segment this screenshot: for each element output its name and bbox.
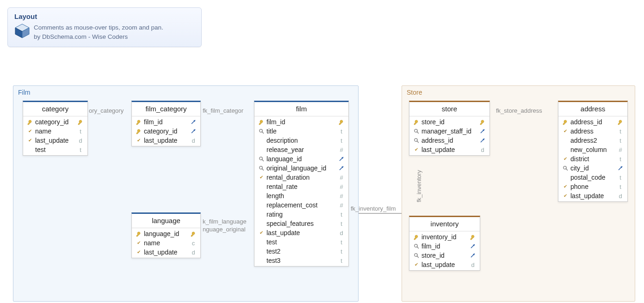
column-row[interactable]: testt: [254, 237, 348, 247]
rel-filmcat: fk_film_categor: [203, 107, 243, 114]
column-name: address: [570, 127, 616, 135]
key-icon: [561, 119, 570, 125]
column-row[interactable]: category_id: [23, 117, 87, 127]
tick-icon: ✔: [561, 194, 570, 198]
column-row[interactable]: ✔last_updated: [132, 136, 200, 145]
column-name: name: [143, 239, 189, 247]
rel-filmlang-orig: nguage_original: [203, 226, 246, 233]
column-name: rental_rate: [266, 183, 337, 190]
column-row[interactable]: film_id: [409, 242, 480, 251]
key-icon: [258, 119, 265, 125]
column-row[interactable]: store_id: [409, 251, 480, 260]
type-t-icon: t: [616, 174, 625, 181]
cube-icon: [14, 23, 30, 39]
type-fk-icon: [337, 156, 346, 162]
key-icon: [135, 230, 143, 237]
column-row[interactable]: ✔districtt: [558, 154, 627, 164]
column-row[interactable]: category_id: [132, 127, 200, 136]
column-row[interactable]: film_id: [132, 117, 200, 127]
table-film-category[interactable]: film_categoryfilm_idcategory_id✔last_upd…: [131, 101, 201, 146]
column-row[interactable]: ✔namet: [23, 127, 87, 136]
table-address[interactable]: addressaddress_id✔addresstaddress2tnew_c…: [558, 101, 628, 202]
column-row[interactable]: store_id: [409, 117, 489, 127]
column-row[interactable]: test2t: [254, 247, 348, 256]
column-row[interactable]: ratingt: [254, 210, 348, 219]
table-title: address: [558, 102, 627, 116]
table-language[interactable]: languagelanguage_id✔namec✔last_updated: [131, 212, 201, 258]
column-row[interactable]: film_id: [254, 117, 348, 127]
column-row[interactable]: ✔namec: [132, 238, 200, 248]
type-fk-icon: [469, 253, 477, 258]
table-film[interactable]: filmfilm_idtitletdescriptiontrelease_yea…: [254, 101, 349, 267]
column-name: title: [266, 127, 337, 135]
type-hash-icon: #: [616, 146, 625, 153]
key-icon: [135, 128, 143, 134]
type-keytick-icon: [76, 119, 85, 125]
column-row[interactable]: address_id: [558, 117, 627, 127]
column-row[interactable]: ✔rental_duration#: [254, 173, 348, 182]
info-line2: by DbSchema.com - Wise Coders: [34, 32, 163, 42]
column-name: test2: [266, 248, 337, 255]
column-row[interactable]: language_id: [132, 229, 200, 238]
key-icon: [135, 119, 143, 125]
column-row[interactable]: ✔last_updated: [254, 228, 348, 237]
required-tick-icon: ✔: [137, 138, 141, 143]
column-row[interactable]: manager_staff_id: [409, 127, 489, 136]
column-row[interactable]: city_id: [558, 164, 627, 173]
type-t-icon: t: [616, 128, 625, 135]
column-name: last_update: [421, 261, 469, 268]
column-row[interactable]: ✔last_updated: [558, 191, 627, 200]
column-row[interactable]: length#: [254, 191, 348, 200]
column-row[interactable]: address_id: [409, 136, 489, 145]
fk-arrow-icon: [339, 156, 344, 162]
table-category[interactable]: categorycategory_id✔namet✔last_updatedte…: [23, 101, 88, 156]
type-fk-icon: [478, 138, 487, 143]
tick-icon: ✔: [257, 230, 266, 235]
table-inventory[interactable]: inventoryinventory_idfilm_idstore_id✔las…: [409, 216, 480, 271]
column-row[interactable]: release_year#: [254, 145, 348, 154]
column-row[interactable]: original_language_id: [254, 164, 348, 173]
column-row[interactable]: address2t: [558, 136, 627, 145]
column-name: district: [570, 155, 616, 163]
type-t-icon: t: [616, 137, 625, 144]
column-row[interactable]: testt: [23, 145, 87, 154]
column-row[interactable]: test3t: [254, 256, 348, 265]
column-name: last_update: [421, 146, 478, 153]
group-film-label: Film: [18, 89, 30, 96]
column-row[interactable]: replacement_cost#: [254, 200, 348, 210]
column-row[interactable]: rental_rate#: [254, 182, 348, 191]
key-icon: [27, 119, 33, 125]
type-d-icon: d: [469, 261, 477, 268]
column-row[interactable]: ✔addresst: [558, 127, 627, 136]
type-keytick-icon: [469, 234, 477, 240]
type-t-icon: t: [337, 128, 346, 135]
column-row[interactable]: ✔last_updated: [409, 260, 480, 269]
index-glass-icon: [563, 165, 568, 171]
type-hash-icon: #: [337, 146, 346, 153]
column-row[interactable]: postal_codet: [558, 173, 627, 182]
column-row[interactable]: titlet: [254, 127, 348, 136]
type-fk-icon: [478, 128, 487, 134]
required-tick-icon: ✔: [28, 129, 32, 133]
column-row[interactable]: special_featurest: [254, 219, 348, 228]
column-row[interactable]: ✔last_updated: [132, 248, 200, 257]
column-row[interactable]: language_id: [254, 154, 348, 164]
idx-icon: [412, 253, 421, 258]
column-row[interactable]: ✔last_updated: [23, 136, 87, 145]
table-store[interactable]: storestore_idmanager_staff_idaddress_id✔…: [409, 101, 490, 156]
column-row[interactable]: descriptiont: [254, 136, 348, 145]
column-row[interactable]: ✔last_updated: [409, 145, 489, 154]
column-name: category_id: [34, 118, 76, 126]
column-name: test: [34, 146, 76, 153]
index-glass-icon: [259, 128, 264, 134]
key-icon: [412, 119, 421, 125]
column-row[interactable]: new_column#: [558, 145, 627, 154]
type-keytick-icon: [478, 119, 487, 125]
layout-info-card[interactable]: Layout Comments as mouse-over tips, zoom…: [7, 7, 202, 47]
key-icon: [190, 230, 197, 237]
column-name: manager_staff_id: [421, 127, 478, 135]
column-row[interactable]: inventory_id: [409, 232, 480, 242]
column-row[interactable]: ✔phonet: [558, 182, 627, 191]
required-tick-icon: ✔: [564, 194, 567, 198]
tick-icon: ✔: [412, 262, 421, 267]
